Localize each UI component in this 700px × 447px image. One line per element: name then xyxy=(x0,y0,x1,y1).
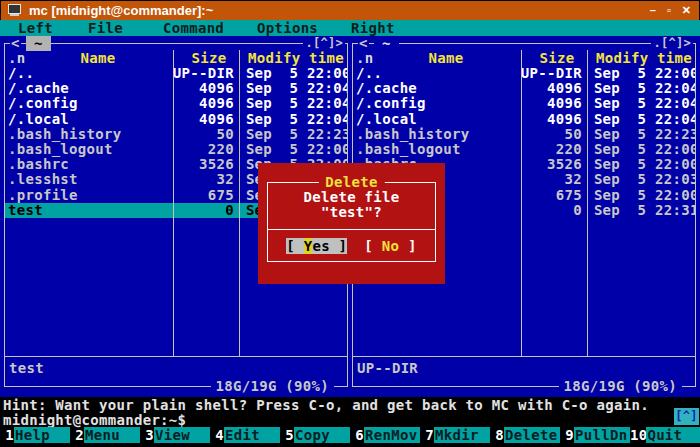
file-name: .profile xyxy=(5,188,170,203)
file-row[interactable]: /.local4096Sep 5 22:04 xyxy=(5,112,347,127)
menu-item-right[interactable]: Right xyxy=(351,20,395,36)
file-row[interactable]: /..UP--DIRSep 5 22:00 xyxy=(353,66,695,81)
column-header-size[interactable]: Size xyxy=(524,51,590,66)
fkey-label: RenMov xyxy=(364,427,420,443)
fkey-delete[interactable]: 8Delete xyxy=(490,427,560,443)
file-name: /.cache xyxy=(5,81,170,96)
right-panel-path-tab[interactable]: ~ xyxy=(374,36,399,51)
file-modify: Sep 5 22:04 xyxy=(588,81,695,96)
file-size: 220 xyxy=(518,142,588,157)
file-row[interactable]: /.cache4096Sep 5 22:04 xyxy=(353,81,695,96)
close-button[interactable]: ✕ xyxy=(682,4,691,17)
fkey-label: Help xyxy=(14,427,70,443)
file-modify: Sep 5 22:04 xyxy=(588,96,695,111)
file-modify: Sep 5 22:04 xyxy=(240,112,347,127)
fkey-copy[interactable]: 5Copy xyxy=(280,427,350,443)
left-panel-header: .n Name Size Modify time xyxy=(5,51,347,66)
file-name: .lesshst xyxy=(5,172,170,187)
dialog-frame: Delete Delete file "test"? [ Yes ] [ No … xyxy=(267,182,436,262)
fkey-view[interactable]: 3View xyxy=(140,427,210,443)
file-name: .bash_logout xyxy=(353,142,518,157)
fkey-quit[interactable]: 10Quit xyxy=(630,427,700,443)
menu-item-left[interactable]: Left xyxy=(18,20,53,36)
file-size: 4096 xyxy=(170,96,240,111)
fkey-number: 7 xyxy=(420,427,434,443)
file-size: UP--DIR xyxy=(170,66,240,81)
fkey-help[interactable]: 1Help xyxy=(0,427,70,443)
file-row[interactable]: /.config4096Sep 5 22:04 xyxy=(5,96,347,111)
file-modify: Sep 5 22:23 xyxy=(588,127,695,142)
file-size: 50 xyxy=(170,127,240,142)
menu-item-command[interactable]: Command xyxy=(163,20,224,36)
menu-item-file[interactable]: File xyxy=(88,20,123,36)
window-title: mc [midnight@commander]:~ xyxy=(29,3,213,18)
column-header-size[interactable]: Size xyxy=(176,51,242,66)
menu-item-options[interactable]: Options xyxy=(257,20,318,36)
file-row[interactable]: .bash_history50Sep 5 22:23 xyxy=(5,127,347,142)
file-name: /.local xyxy=(353,112,518,127)
file-row[interactable]: /.config4096Sep 5 22:04 xyxy=(353,96,695,111)
fkey-number: 9 xyxy=(560,427,574,443)
fkey-number: 2 xyxy=(70,427,84,443)
right-panel-header: .n Name Size Modify time xyxy=(353,51,695,66)
fkey-menu[interactable]: 2Menu xyxy=(70,427,140,443)
file-modify: Sep 5 22:00 xyxy=(588,188,695,203)
file-name: /.. xyxy=(5,66,170,81)
no-button[interactable]: [ No ] xyxy=(364,238,416,254)
minimize-button[interactable]: – xyxy=(650,4,656,17)
panel-scroll-left-icon[interactable]: < xyxy=(358,36,369,51)
yes-button[interactable]: [ Yes ] xyxy=(286,238,347,254)
file-size: 4096 xyxy=(170,112,240,127)
hint-line: Hint: Want your plain shell? Press C-o, … xyxy=(3,397,649,413)
column-header-modify[interactable]: Modify time xyxy=(590,51,692,66)
fkey-renmov[interactable]: 6RenMov xyxy=(350,427,420,443)
fkey-pulldn[interactable]: 9PullDn xyxy=(560,427,630,443)
fkey-mkdir[interactable]: 7Mkdir xyxy=(420,427,490,443)
panel-scroll-left-icon[interactable]: < xyxy=(10,36,21,51)
file-size: 220 xyxy=(170,142,240,157)
file-size: 50 xyxy=(518,127,588,142)
file-name: .bashrc xyxy=(5,157,170,172)
panel-history-icon[interactable]: .[^]> xyxy=(651,36,693,51)
fkey-edit[interactable]: 4Edit xyxy=(210,427,280,443)
column-header-name[interactable]: Name xyxy=(52,51,144,66)
mc-terminal-window: { "window": { "title": "mc [midnight@com… xyxy=(0,0,700,447)
file-name: .bash_logout xyxy=(5,142,170,157)
dialog-title: Delete xyxy=(318,174,384,190)
file-size: 0 xyxy=(518,203,588,218)
maximize-button[interactable]: ▫ xyxy=(667,4,671,17)
fkey-label: Edit xyxy=(224,427,280,443)
file-name: /.local xyxy=(5,112,170,127)
fkey-number: 4 xyxy=(210,427,224,443)
file-modify: Sep 5 22:00 xyxy=(240,66,347,81)
file-size: 0 xyxy=(170,203,240,218)
column-header-modify[interactable]: Modify time xyxy=(242,51,344,66)
file-size: 675 xyxy=(518,188,588,203)
file-size: 3526 xyxy=(518,157,588,172)
file-modify: Sep 5 22:31 xyxy=(588,203,695,218)
file-modify: Sep 5 22:03 xyxy=(588,172,695,187)
file-row[interactable]: .bash_logout220Sep 5 22:00 xyxy=(5,142,347,157)
file-row[interactable]: /.cache4096Sep 5 22:04 xyxy=(5,81,347,96)
file-row[interactable]: .bash_logout220Sep 5 22:00 xyxy=(353,142,695,157)
scroll-up-indicator[interactable]: [^] xyxy=(674,408,699,425)
file-size: 32 xyxy=(170,172,240,187)
fkey-number: 1 xyxy=(0,427,14,443)
file-modify: Sep 5 22:00 xyxy=(588,142,695,157)
panel-history-icon[interactable]: .[^]> xyxy=(303,36,345,51)
fkey-label: PullDn xyxy=(574,427,630,443)
fkey-label: Menu xyxy=(84,427,140,443)
fkey-number: 6 xyxy=(350,427,364,443)
left-panel-path-tab[interactable]: ~ xyxy=(26,36,51,51)
file-row[interactable]: .bash_history50Sep 5 22:23 xyxy=(353,127,695,142)
file-name: /.. xyxy=(353,66,518,81)
column-header-name[interactable]: Name xyxy=(400,51,492,66)
file-name: .bash_history xyxy=(353,127,518,142)
file-row[interactable]: /..UP--DIRSep 5 22:00 xyxy=(5,66,347,81)
fkey-number: 3 xyxy=(140,427,154,443)
file-modify: Sep 5 22:23 xyxy=(240,127,347,142)
file-modify: Sep 5 22:04 xyxy=(588,112,695,127)
file-size: 4096 xyxy=(170,81,240,96)
file-row[interactable]: /.local4096Sep 5 22:04 xyxy=(353,112,695,127)
fkey-label: Delete xyxy=(504,427,560,443)
